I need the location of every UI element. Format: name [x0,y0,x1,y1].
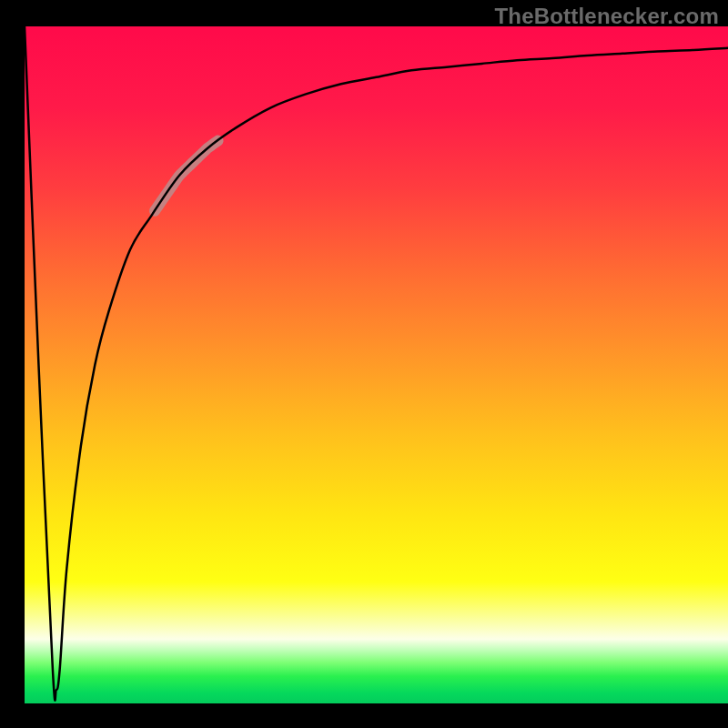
curve-highlight [155,141,218,211]
curve-layer [25,26,728,703]
plot-area [25,26,728,703]
attribution-label: TheBottlenecker.com [494,4,719,29]
chart-root: TheBottlenecker.com [0,0,728,728]
bottleneck-curve [25,26,728,701]
